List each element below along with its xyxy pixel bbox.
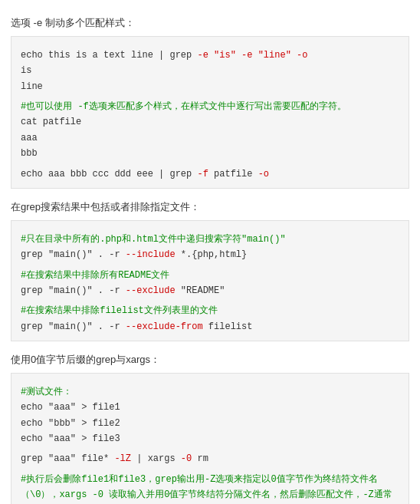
code-line: grep "main()" . -r --exclude-from fileli… [21, 319, 399, 334]
code-line: #只在目录中所有的.php和.html文件中递归搜索字符"main()" [21, 232, 399, 247]
code-part: echo aaa bbb ccc ddd eee | grep [21, 169, 197, 180]
code-line: echo aaa bbb ccc ddd eee | grep -f patfi… [21, 166, 399, 182]
code-block: #测试文件：echo "aaa" > file1echo "bbb" > fil… [11, 373, 409, 504]
code-line: grep "aaa" file* -lZ | xargs -0 rm [21, 451, 399, 466]
section-title: 使用0值字节后缀的grep与xargs： [11, 352, 409, 368]
main-content: 选项 -e 制动多个匹配样式： echo this is a text line… [11, 15, 409, 504]
code-line: echo "aaa" > file1 [21, 400, 399, 415]
code-line: echo "aaa" > file3 [21, 431, 399, 446]
code-part: grep "main()" . -r [21, 249, 126, 260]
code-line: bbb [21, 146, 399, 161]
code-part [291, 50, 297, 61]
code-line: cat patfile [21, 114, 399, 130]
code-part: filelist [203, 321, 253, 332]
code-line: aaa [21, 130, 399, 146]
section-xargs: 使用0值字节后缀的grep与xargs： #测试文件：echo "aaa" > … [11, 352, 409, 504]
code-part: grep "main()" . -r [21, 321, 126, 332]
code-block: #只在目录中所有的.php和.html文件中递归搜索字符"main()"grep… [11, 220, 409, 341]
code-line: #在搜索结果中排除所有README文件 [21, 268, 399, 283]
code-part: -e [241, 50, 252, 61]
code-part: grep "main()" . -r [21, 285, 126, 296]
code-part: patfile [208, 169, 258, 180]
code-block: echo this is a text line | grep -e "is" … [11, 36, 409, 189]
section-include-exclude: 在grep搜索结果中包括或者排除指定文件： #只在目录中所有的.php和.htm… [11, 199, 409, 341]
section-title: 选项 -e 制动多个匹配样式： [11, 15, 409, 31]
code-part: --exclude [126, 285, 176, 296]
code-part: --include [126, 249, 176, 260]
code-part: *.{php,html} [176, 249, 248, 260]
code-part: -o [258, 169, 269, 180]
code-line: #在搜索结果中排除filelist文件列表里的文件 [21, 303, 399, 318]
code-part: -0 [181, 453, 192, 464]
section-e-option: 选项 -e 制动多个匹配样式： echo this is a text line… [11, 15, 409, 189]
code-part: "is" [214, 50, 236, 61]
code-line: echo "bbb" > file2 [21, 416, 399, 431]
code-part: -lZ [114, 453, 131, 464]
code-part: -e [197, 50, 208, 61]
section-title: 在grep搜索结果中包括或者排除指定文件： [11, 199, 409, 216]
code-line: #也可以使用 -f选项来匹配多个样式，在样式文件中逐行写出需要匹配的字符。 [21, 99, 399, 114]
code-part [236, 50, 241, 61]
code-line: grep "main()" . -r --exclude "README" [21, 283, 399, 298]
code-part: "line" [258, 50, 291, 61]
code-part: -f [197, 169, 208, 180]
code-line: #测试文件： [21, 384, 399, 400]
code-part [208, 50, 214, 61]
code-line: echo this is a text line | grep -e "is" … [21, 48, 399, 63]
code-part: grep "aaa" file* [21, 453, 114, 464]
code-part: "README" [176, 285, 225, 296]
code-part: --exclude-from [126, 321, 203, 332]
code-line: #执行后会删除file1和file3，grep输出用-Z选项来指定以0值字节作为… [21, 472, 399, 504]
code-line: grep "main()" . -r --include *.{php,html… [21, 247, 399, 262]
code-part: -o [297, 50, 307, 61]
code-part: | xargs [131, 453, 181, 464]
code-part: echo this is a text line | grep [21, 50, 197, 61]
code-part [252, 50, 258, 61]
code-line: line [21, 79, 399, 94]
code-line: is [21, 63, 399, 78]
code-part: rm [192, 453, 208, 464]
